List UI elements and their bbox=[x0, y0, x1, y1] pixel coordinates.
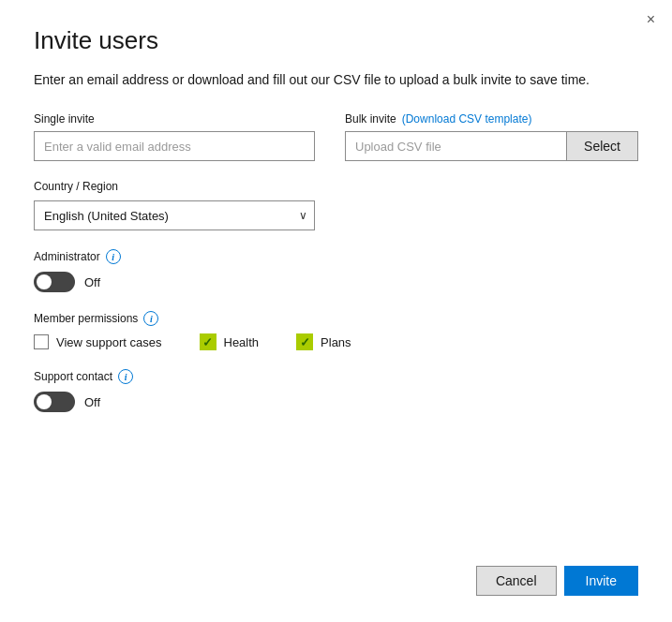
dialog-title: Invite users bbox=[34, 26, 638, 55]
country-select-wrapper: English (United States) ∨ bbox=[34, 200, 315, 230]
single-invite-label: Single invite bbox=[34, 112, 315, 126]
administrator-toggle[interactable] bbox=[34, 272, 75, 292]
administrator-header: Administrator i bbox=[34, 249, 638, 264]
country-label: Country / Region bbox=[34, 180, 638, 193]
support-contact-toggle-thumb bbox=[37, 394, 52, 409]
support-contact-toggle-row: Off bbox=[34, 392, 638, 412]
permissions-row: View support cases Health Plans bbox=[34, 333, 638, 350]
administrator-section: Administrator i Off bbox=[34, 249, 638, 292]
dialog-footer: Cancel Invite bbox=[34, 551, 638, 596]
support-contact-section: Support contact i Off bbox=[34, 369, 638, 412]
support-contact-toggle-track bbox=[34, 392, 75, 412]
bulk-invite-group: Bulk invite (Download CSV template) Sele… bbox=[345, 112, 638, 161]
csv-file-input[interactable] bbox=[345, 131, 567, 161]
select-button[interactable]: Select bbox=[567, 131, 638, 161]
checkbox-health: Health bbox=[200, 333, 260, 350]
member-permissions-label: Member permissions bbox=[34, 312, 138, 325]
administrator-toggle-track bbox=[34, 272, 75, 292]
support-contact-info-icon[interactable]: i bbox=[118, 369, 133, 384]
support-contact-toggle-label: Off bbox=[84, 395, 100, 409]
invite-button[interactable]: Invite bbox=[564, 566, 638, 596]
health-checkbox[interactable] bbox=[200, 333, 217, 350]
health-label: Health bbox=[224, 335, 260, 349]
checkbox-view-support: View support cases bbox=[34, 334, 162, 349]
bulk-label-row: Bulk invite (Download CSV template) bbox=[345, 112, 638, 126]
administrator-toggle-thumb bbox=[37, 274, 52, 289]
view-support-label: View support cases bbox=[56, 335, 162, 349]
invite-users-dialog: × Invite users Enter an email address or… bbox=[0, 0, 672, 622]
dialog-description: Enter an email address or download and f… bbox=[34, 70, 638, 90]
member-permissions-section: Member permissions i View support cases … bbox=[34, 311, 638, 350]
administrator-label: Administrator bbox=[34, 250, 100, 263]
support-contact-toggle[interactable] bbox=[34, 392, 75, 412]
member-permissions-header: Member permissions i bbox=[34, 311, 638, 326]
single-invite-group: Single invite bbox=[34, 112, 315, 161]
support-contact-label: Support contact bbox=[34, 370, 112, 383]
plans-checkbox[interactable] bbox=[296, 333, 313, 350]
support-contact-header: Support contact i bbox=[34, 369, 638, 384]
invite-row: Single invite Bulk invite (Download CSV … bbox=[34, 112, 638, 161]
bulk-invite-inner: Bulk invite (Download CSV template) Sele… bbox=[345, 112, 638, 161]
close-button[interactable]: × bbox=[641, 7, 661, 32]
cancel-button[interactable]: Cancel bbox=[476, 566, 557, 596]
country-section: Country / Region English (United States)… bbox=[34, 180, 638, 230]
plans-label: Plans bbox=[321, 335, 351, 349]
administrator-info-icon[interactable]: i bbox=[106, 249, 121, 264]
view-support-checkbox[interactable] bbox=[34, 334, 49, 349]
email-input[interactable] bbox=[34, 131, 315, 161]
bulk-invite-label: Bulk invite bbox=[345, 112, 396, 126]
administrator-toggle-label: Off bbox=[84, 275, 100, 289]
member-permissions-info-icon[interactable]: i bbox=[143, 311, 158, 326]
download-csv-link[interactable]: (Download CSV template) bbox=[402, 112, 532, 126]
csv-row: Select bbox=[345, 131, 638, 161]
country-select[interactable]: English (United States) bbox=[34, 200, 315, 230]
checkbox-plans: Plans bbox=[296, 333, 351, 350]
administrator-toggle-row: Off bbox=[34, 272, 638, 292]
